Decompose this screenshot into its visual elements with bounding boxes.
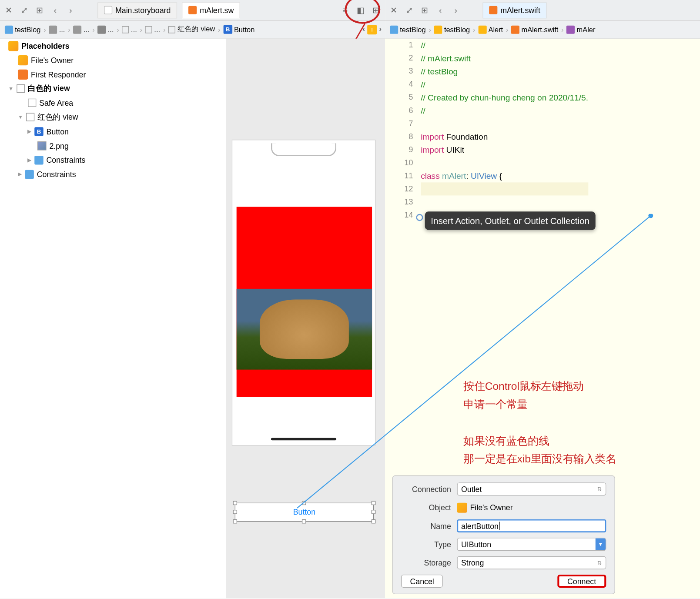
warning-icon[interactable]: ! bbox=[367, 25, 377, 34]
crumb[interactable]: mAlert.swift bbox=[510, 25, 559, 33]
outline-red-view[interactable]: ▼红色的 view bbox=[0, 110, 226, 124]
catbus-image[interactable] bbox=[237, 289, 372, 370]
lines-icon[interactable]: ≡ bbox=[340, 5, 351, 16]
resize-handle[interactable] bbox=[233, 510, 237, 514]
swift-file-icon bbox=[489, 6, 497, 14]
insertion-indicator bbox=[416, 214, 423, 221]
grid-icon[interactable]: ⊞ bbox=[34, 5, 45, 16]
name-input[interactable]: alertButton bbox=[457, 519, 606, 532]
close-icon[interactable]: ✕ bbox=[389, 5, 399, 16]
code-editor[interactable]: // // mAlert.swift // testBlog // // Cre… bbox=[421, 39, 588, 209]
forward-icon[interactable]: › bbox=[65, 5, 76, 16]
close-icon[interactable]: ✕ bbox=[3, 5, 14, 16]
crumb[interactable]: ... bbox=[48, 25, 66, 33]
dropdown-icon: ▼ bbox=[596, 539, 606, 550]
crumb[interactable]: testBlog bbox=[389, 25, 427, 33]
tab-main-storyboard[interactable]: Main.storyboard bbox=[97, 2, 177, 18]
tab-label: Main.storyboard bbox=[115, 6, 171, 14]
outline-placeholders[interactable]: Placeholders bbox=[0, 39, 226, 53]
cancel-button[interactable]: Cancel bbox=[401, 575, 443, 588]
connect-button[interactable]: Connect bbox=[557, 575, 606, 588]
outline-constraints[interactable]: ▶Constraints bbox=[0, 153, 226, 167]
text-cursor bbox=[499, 522, 499, 530]
constraints-icon bbox=[25, 170, 33, 178]
resize-handle[interactable] bbox=[233, 501, 237, 505]
iphone-canvas[interactable]: Button bbox=[232, 140, 376, 445]
safe-area-icon bbox=[28, 99, 36, 107]
tab-malert-swift[interactable]: mAlert.sw bbox=[182, 2, 240, 18]
view-icon bbox=[26, 113, 34, 121]
tab-malert-swift-right[interactable]: mAlert.swift bbox=[482, 2, 547, 18]
tab-label: mAlert.swift bbox=[500, 6, 540, 14]
placeholder-icon bbox=[8, 41, 18, 51]
resize-handle[interactable] bbox=[233, 519, 237, 524]
back-icon[interactable]: ‹ bbox=[50, 5, 61, 16]
selected-button[interactable]: Button bbox=[235, 503, 374, 522]
resize-handle[interactable] bbox=[372, 519, 376, 524]
view-icon bbox=[17, 84, 25, 93]
crumb[interactable]: ... bbox=[72, 25, 90, 33]
insert-outlet-tooltip: Insert Action, Outlet, or Outlet Collect… bbox=[425, 211, 596, 230]
connection-label: Connection bbox=[401, 485, 457, 493]
tab-label: mAlert.sw bbox=[200, 6, 234, 14]
grid-icon[interactable]: ⊞ bbox=[419, 5, 430, 16]
cube-icon bbox=[18, 69, 28, 79]
crumb[interactable]: ... bbox=[144, 25, 161, 33]
expand-icon[interactable]: ⤢ bbox=[19, 5, 30, 16]
assistant-icon[interactable]: ◧ bbox=[355, 5, 366, 16]
resize-handle[interactable] bbox=[372, 501, 376, 505]
outline-image[interactable]: 2.png bbox=[0, 138, 226, 153]
constraints-icon bbox=[34, 155, 43, 164]
right-toolbar: ✕ ⤢ ⊞ ‹ › mAlert.swift bbox=[385, 0, 700, 21]
storyboard-file-icon bbox=[104, 6, 112, 14]
outline-constraints-outer[interactable]: ▶Constraints bbox=[0, 167, 226, 181]
outline-first-responder[interactable]: First Responder bbox=[0, 67, 226, 81]
disclosure-closed-icon[interactable]: ▶ bbox=[18, 171, 22, 177]
crumb-testblog[interactable]: testBlog bbox=[3, 25, 42, 33]
crumb[interactable]: testBlog bbox=[433, 25, 471, 33]
connection-select[interactable]: Outlet⇅ bbox=[457, 482, 606, 495]
nav-back[interactable]: ‹ bbox=[362, 25, 365, 34]
resize-handle[interactable] bbox=[372, 510, 376, 514]
button-label: Button bbox=[235, 503, 373, 521]
crumb[interactable]: Alert bbox=[477, 25, 504, 33]
type-select[interactable]: UIButton▼ bbox=[457, 538, 606, 551]
object-value: File's Owner bbox=[470, 503, 513, 512]
disclosure-closed-icon[interactable]: ▶ bbox=[27, 157, 32, 163]
crumb-red-view[interactable]: 红色的 view bbox=[167, 24, 216, 34]
annotation-control-drag: 按住Control鼠标左键拖动 申请一个常量 如果没有蓝色的线 那一定是在xib… bbox=[463, 377, 616, 468]
crumb[interactable]: ... bbox=[121, 25, 138, 33]
disclosure-closed-icon[interactable]: ▶ bbox=[27, 128, 32, 134]
dropdown-icon: ⇅ bbox=[597, 560, 602, 566]
cube-icon bbox=[18, 55, 28, 65]
home-indicator bbox=[271, 438, 336, 440]
button-icon: B bbox=[34, 127, 43, 136]
resize-handle[interactable] bbox=[302, 501, 306, 505]
crumb[interactable]: mAler bbox=[566, 25, 597, 33]
back-icon[interactable]: ‹ bbox=[435, 5, 446, 16]
line-gutter: 1234567891011121314 bbox=[385, 39, 418, 222]
dropdown-icon: ⇅ bbox=[597, 486, 602, 492]
image-icon bbox=[37, 141, 46, 150]
storage-select[interactable]: Strong⇅ bbox=[457, 556, 606, 569]
nav-fwd[interactable]: › bbox=[379, 25, 382, 34]
document-outline: Placeholders File's Owner First Responde… bbox=[0, 39, 226, 599]
resize-handle[interactable] bbox=[302, 519, 306, 524]
expand-icon[interactable]: ⤢ bbox=[404, 5, 415, 16]
disclosure-open-icon[interactable]: ▼ bbox=[18, 114, 23, 120]
crumb[interactable]: ... bbox=[97, 25, 115, 33]
outline-files-owner[interactable]: File's Owner bbox=[0, 53, 226, 67]
right-breadcrumb: testBlog› testBlog› Alert› mAlert.swift›… bbox=[385, 21, 700, 39]
cube-icon bbox=[457, 502, 467, 512]
disclosure-open-icon[interactable]: ▼ bbox=[8, 86, 13, 92]
outline-button[interactable]: ▶BButton bbox=[0, 124, 226, 138]
add-panel-icon[interactable]: ⊞ bbox=[371, 5, 382, 16]
left-breadcrumb: testBlog› ...› ...› ...› ...› ...› 红色的 v… bbox=[0, 21, 385, 39]
forward-icon[interactable]: › bbox=[450, 5, 461, 16]
type-label: Type bbox=[401, 540, 457, 549]
name-label: Name bbox=[401, 522, 457, 530]
crumb-button[interactable]: BButton bbox=[222, 25, 256, 33]
object-label: Object bbox=[401, 503, 457, 512]
outline-safe-area[interactable]: Safe Area bbox=[0, 96, 226, 110]
outline-white-view[interactable]: ▼白色的 view bbox=[0, 81, 226, 96]
